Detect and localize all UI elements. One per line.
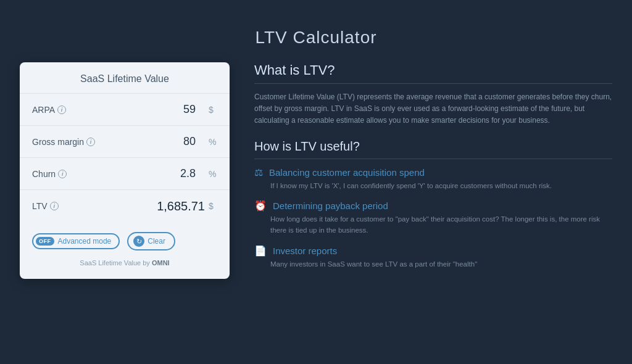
input-rows: ARPA i $ Gross margin i	[20, 94, 230, 222]
churn-label: Churn i	[32, 169, 67, 179]
gross-margin-unit: %	[209, 137, 217, 147]
churn-row-right: %	[162, 167, 217, 180]
arpa-input[interactable]	[162, 103, 205, 116]
ltv-info-icon[interactable]: i	[50, 202, 59, 210]
card-footer: OFF Advanced mode ↻ Clear	[20, 222, 230, 253]
what-divider	[254, 83, 612, 84]
card-branding: SaaS Lifetime Value by OMNI	[20, 253, 230, 267]
document-icon: 📄	[254, 245, 267, 257]
ltv-calculator-card: SaaS Lifetime Value ARPA i $ G	[20, 62, 230, 279]
what-is-ltv-title: What is LTV?	[254, 62, 612, 78]
gross-margin-row-right: %	[162, 135, 217, 148]
churn-row: Churn i %	[20, 158, 230, 190]
info-item-2-title: Investor reports	[273, 246, 337, 256]
arpa-row: ARPA i $	[20, 94, 230, 126]
balance-icon: ⚖	[254, 167, 263, 178]
arpa-info-icon[interactable]: i	[57, 105, 66, 114]
churn-unit: %	[209, 169, 217, 179]
info-item-0: ⚖ Balancing customer acquisition spend I…	[254, 167, 612, 192]
branding-brand: OMNI	[152, 259, 170, 267]
info-item-1-desc: How long does it take for a customer to …	[254, 214, 612, 236]
info-item-0-title: Balancing customer acquisition spend	[269, 167, 425, 178]
toggle-text: Advanced mode	[58, 237, 112, 246]
info-panel: What is LTV? Customer Lifetime Value (LT…	[254, 62, 612, 279]
clear-button-label: Clear	[148, 237, 165, 246]
gross-margin-label: Gross margin i	[32, 137, 95, 147]
clear-button[interactable]: ↻ Clear	[127, 232, 175, 250]
churn-input[interactable]	[162, 167, 205, 180]
arpa-unit: $	[209, 105, 217, 115]
ltv-row: LTV i 1,685.71 $	[20, 190, 230, 222]
info-item-1-title: Determining payback period	[273, 201, 388, 211]
gross-margin-input[interactable]	[162, 135, 205, 148]
gross-margin-row: Gross margin i %	[20, 126, 230, 158]
what-is-ltv-desc: Customer Lifetime Value (LTV) represents…	[254, 91, 612, 127]
page-title: LTV Calculator	[255, 28, 376, 48]
arpa-label: ARPA i	[32, 105, 66, 115]
clock-icon: ⏰	[254, 200, 267, 212]
info-item-0-header: ⚖ Balancing customer acquisition spend	[254, 167, 612, 178]
how-ltv-title: How is LTV useful?	[254, 139, 612, 154]
how-divider	[254, 159, 612, 159]
info-item-1-header: ⏰ Determining payback period	[254, 200, 612, 212]
ltv-label: LTV i	[32, 201, 59, 211]
gross-margin-info-icon[interactable]: i	[86, 138, 95, 146]
clear-icon: ↻	[133, 236, 144, 247]
toggle-pill-label: OFF	[36, 237, 54, 246]
info-item-2-header: 📄 Investor reports	[254, 245, 612, 257]
info-item-2: 📄 Investor reports Many investors in Saa…	[254, 245, 612, 270]
advanced-mode-toggle[interactable]: OFF Advanced mode	[32, 233, 120, 249]
info-item-2-desc: Many investors in SaaS want to see LTV a…	[254, 259, 612, 270]
card-header: SaaS Lifetime Value	[20, 62, 230, 94]
ltv-row-right: 1,685.71 $	[157, 199, 217, 213]
ltv-value: 1,685.71	[157, 199, 205, 213]
main-content: SaaS Lifetime Value ARPA i $ G	[20, 62, 612, 279]
page-container: LTV Calculator SaaS Lifetime Value ARPA …	[20, 15, 612, 349]
branding-prefix: SaaS Lifetime Value by	[80, 259, 152, 267]
info-item-0-desc: If I know my LTV is 'X', I can confident…	[254, 181, 612, 192]
churn-info-icon[interactable]: i	[58, 170, 67, 178]
arpa-row-right: $	[162, 103, 217, 116]
info-item-1: ⏰ Determining payback period How long do…	[254, 200, 612, 236]
ltv-unit: $	[209, 201, 217, 211]
